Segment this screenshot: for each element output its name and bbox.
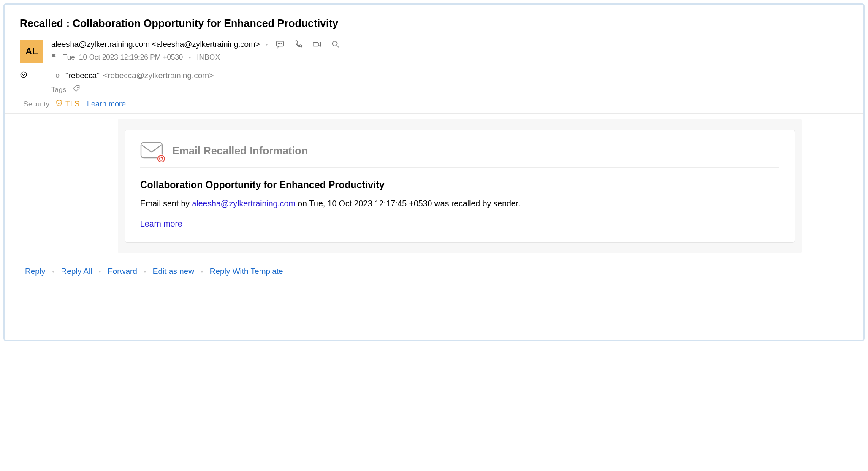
recalled-subject: Collaboration Opportunity for Enhanced P…	[140, 179, 779, 191]
svg-point-5	[333, 41, 337, 46]
meta-line: Tue, 10 Oct 2023 12:19:26 PM +0530 ● INB…	[51, 53, 848, 62]
reply-with-template-button[interactable]: Reply With Template	[210, 267, 283, 276]
flag-icon[interactable]	[51, 53, 57, 62]
svg-point-3	[281, 43, 282, 44]
to-value: "rebecca"<rebecca@zylkertraining.com>	[65, 71, 214, 80]
call-icon[interactable]	[294, 40, 303, 49]
search-icon[interactable]	[331, 40, 340, 49]
recall-card: Email Recalled Information Collaboration…	[125, 130, 795, 243]
divider	[5, 113, 863, 114]
email-subject: Recalled : Collaboration Opportunity for…	[5, 17, 863, 40]
svg-point-9	[158, 155, 165, 162]
tags-row: Tags	[20, 84, 848, 95]
action-bar: Reply ● Reply All ● Forward ● Edit as ne…	[5, 259, 863, 285]
reply-all-button[interactable]: Reply All	[61, 267, 92, 276]
svg-point-6	[21, 72, 27, 78]
svg-point-2	[280, 43, 280, 44]
svg-point-1	[278, 43, 279, 44]
to-label: To	[49, 71, 60, 80]
from-line: aleesha@zylkertraining.com <aleesha@zylk…	[51, 40, 848, 49]
chat-icon[interactable]	[275, 40, 285, 49]
envelope-recall-icon	[140, 142, 163, 160]
security-row: Security TLS Learn more	[20, 99, 848, 109]
recall-message: Email sent by aleesha@zylkertraining.com…	[140, 198, 779, 210]
email-body-area: Email Recalled Information Collaboration…	[118, 119, 802, 253]
svg-rect-4	[313, 42, 318, 46]
video-icon[interactable]	[312, 40, 322, 49]
from-display: aleesha@zylkertraining.com <aleesha@zylk…	[51, 40, 260, 49]
security-label: Security	[20, 100, 49, 108]
svg-point-7	[77, 87, 78, 88]
email-date: Tue, 10 Oct 2023 12:19:26 PM +0530	[63, 53, 183, 62]
security-learn-more-link[interactable]: Learn more	[87, 100, 126, 108]
recall-card-title: Email Recalled Information	[172, 145, 308, 157]
edit-as-new-button[interactable]: Edit as new	[153, 267, 194, 276]
tag-icon[interactable]	[72, 84, 81, 95]
quick-action-icons	[275, 40, 340, 49]
sender-avatar: AL	[20, 40, 43, 63]
tls-text: TLS	[65, 100, 79, 108]
reply-button[interactable]: Reply	[25, 267, 46, 276]
forward-button[interactable]: Forward	[108, 267, 137, 276]
email-header: AL aleesha@zylkertraining.com <aleesha@z…	[5, 40, 863, 63]
email-folder: INBOX	[197, 53, 220, 62]
to-row: To "rebecca"<rebecca@zylkertraining.com>	[20, 71, 848, 80]
tags-label: Tags	[49, 86, 66, 94]
recall-learn-more-link[interactable]: Learn more	[140, 219, 182, 229]
email-details: To "rebecca"<rebecca@zylkertraining.com>…	[5, 63, 863, 109]
email-view: Recalled : Collaboration Opportunity for…	[3, 3, 865, 341]
expand-details-icon[interactable]	[20, 71, 27, 80]
recalled-sender-link[interactable]: aleesha@zylkertraining.com	[192, 199, 295, 208]
shield-icon	[55, 99, 63, 109]
